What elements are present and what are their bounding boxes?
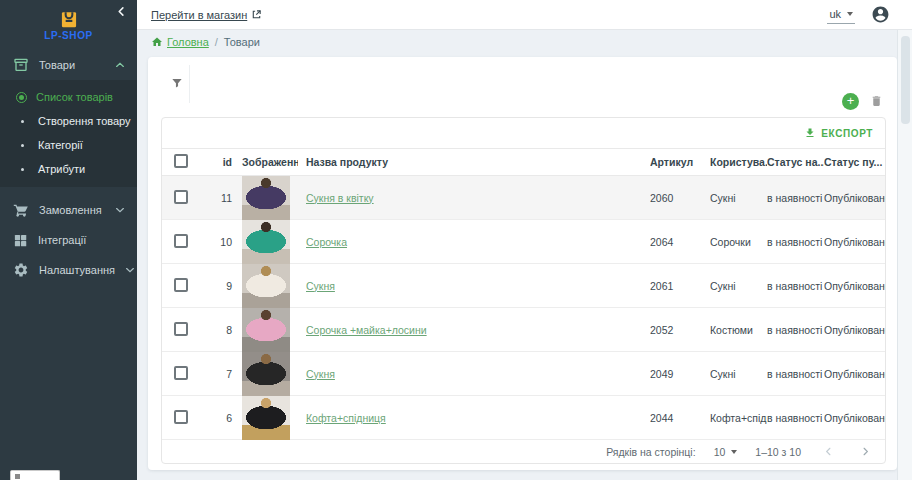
add-product-button[interactable]: +	[842, 93, 859, 110]
previous-page-button[interactable]	[819, 446, 838, 457]
row-checkbox[interactable]	[174, 366, 188, 380]
row-id: 7	[206, 368, 236, 380]
row-id: 8	[206, 324, 236, 336]
row-publish-status: Опубліковано	[824, 192, 886, 204]
sidebar: LP-SHOP Товари Список товарів Створення …	[0, 0, 137, 480]
filter-funnel-icon[interactable]	[170, 76, 184, 90]
bullet-dot-icon	[21, 144, 24, 147]
sidebar-item-integrations[interactable]: Інтеграції	[0, 225, 137, 255]
sidebar-item-settings[interactable]: Налаштування	[0, 255, 137, 285]
sidebar-item-label: Замовлення	[39, 204, 105, 216]
breadcrumb-home-link[interactable]: Головна	[151, 36, 209, 48]
table-body: 11 Сукня в квітку 2060 Сукні в наявності…	[162, 176, 885, 440]
product-photo[interactable]	[242, 220, 290, 264]
row-category: Сукні	[710, 368, 767, 380]
sidebar-item-products[interactable]: Товари	[0, 50, 137, 80]
sidebar-item-categories[interactable]: Категорії	[0, 133, 137, 157]
product-name-link[interactable]: Сорочка	[306, 236, 347, 248]
topbar-right: uk	[827, 5, 898, 24]
content-panel: + ЕКСПОРТ id Зображення Назва продукту А…	[148, 57, 897, 470]
products-table-card: ЕКСПОРТ id Зображення Назва продукту Арт…	[161, 117, 886, 464]
table-row[interactable]: 7 Сукня 2049 Сукні в наявності Опубліков…	[162, 352, 885, 396]
table-row[interactable]: 6 Кофта+спідниця 2044 Кофта+спідниця в н…	[162, 396, 885, 440]
product-photo[interactable]	[242, 176, 290, 220]
row-id: 11	[206, 192, 236, 204]
select-all-checkbox[interactable]	[174, 154, 188, 168]
row-checkbox[interactable]	[174, 322, 188, 336]
language-value: uk	[829, 8, 841, 20]
product-name-link[interactable]: Сукня	[306, 280, 335, 292]
row-publish-status: Опубліковано	[824, 412, 886, 424]
rows-per-page-value: 10	[714, 446, 726, 458]
product-name-link[interactable]: Кофта+спідниця	[306, 412, 386, 424]
product-name-link[interactable]: Сукня в квітку	[306, 192, 374, 204]
rows-per-page-select[interactable]: 10	[714, 446, 738, 458]
row-checkbox[interactable]	[174, 190, 188, 204]
product-photo[interactable]	[242, 264, 290, 308]
sidebar-collapse-button[interactable]	[116, 6, 127, 17]
row-category: Сорочки	[710, 236, 767, 248]
radio-selected-icon	[16, 92, 27, 103]
export-button[interactable]: ЕКСПОРТ	[821, 128, 873, 139]
breadcrumb: Головна / Товари	[151, 36, 260, 48]
external-link-icon	[251, 9, 262, 20]
go-to-store-link[interactable]: Перейти в магазин	[151, 9, 262, 21]
table-footer: Рядків на сторінці: 10 1–10 з 10	[162, 440, 885, 463]
product-photo[interactable]	[242, 396, 290, 440]
row-category: Кофта+спідниця	[710, 412, 767, 424]
brand-logo[interactable]: LP-SHOP	[44, 9, 93, 41]
sidebar-header: LP-SHOP	[0, 0, 137, 46]
row-publish-status: Опубліковано	[824, 368, 886, 380]
row-id: 10	[206, 236, 236, 248]
row-stock-status: в наявності	[767, 368, 824, 380]
next-page-button[interactable]	[856, 446, 875, 457]
products-submenu: Список товарів Створення товару Категорі…	[0, 80, 137, 187]
table-row[interactable]: 11 Сукня в квітку 2060 Сукні в наявності…	[162, 176, 885, 220]
column-header-image[interactable]: Зображення	[236, 156, 298, 168]
bullet-dot-icon	[21, 168, 24, 171]
column-header-stock-status[interactable]: Статус на...	[767, 156, 824, 168]
browser-status-tooltip	[10, 470, 60, 480]
account-avatar-icon[interactable]	[871, 5, 890, 24]
product-name-link[interactable]: Сорочка +майка+лосини	[306, 324, 427, 336]
row-stock-status: в наявності	[767, 280, 824, 292]
sidebar-item-attributes[interactable]: Атрибути	[0, 157, 137, 181]
row-checkbox[interactable]	[174, 410, 188, 424]
breadcrumb-home-label: Головна	[167, 36, 209, 48]
column-header-category[interactable]: Користува...	[710, 156, 767, 168]
row-sku: 2049	[650, 368, 710, 380]
chevron-up-icon	[115, 60, 125, 70]
table-row[interactable]: 8 Сорочка +майка+лосини 2052 Костюми в н…	[162, 308, 885, 352]
vertical-scrollbar[interactable]	[897, 30, 912, 480]
product-photo[interactable]	[242, 308, 290, 352]
shop-bag-icon	[59, 9, 79, 29]
main-area: Перейти в магазин uk Головна / Товари	[137, 0, 912, 480]
scrollbar-thumb[interactable]	[901, 36, 910, 124]
column-header-name[interactable]: Назва продукту	[298, 156, 650, 168]
breadcrumb-separator: /	[215, 36, 218, 48]
top-bar: Перейти в магазин uk	[137, 0, 912, 30]
sidebar-item-product-list[interactable]: Список товарів	[0, 85, 137, 109]
row-sku: 2060	[650, 192, 710, 204]
row-sku: 2052	[650, 324, 710, 336]
settings-gear-icon	[13, 262, 29, 278]
row-checkbox[interactable]	[174, 234, 188, 248]
column-header-publish-status[interactable]: Статус пу...	[824, 156, 886, 168]
column-header-sku[interactable]: Артикул	[650, 156, 710, 168]
sidebar-item-create-product[interactable]: Створення товару	[0, 109, 137, 133]
product-photo[interactable]	[242, 352, 290, 396]
row-stock-status: в наявності	[767, 324, 824, 336]
product-name-link[interactable]: Сукня	[306, 368, 335, 380]
sidebar-item-orders[interactable]: Замовлення	[0, 195, 137, 225]
row-checkbox[interactable]	[174, 278, 188, 292]
rows-per-page-label: Рядків на сторінці:	[606, 446, 695, 458]
column-header-id[interactable]: id	[206, 156, 236, 168]
table-row[interactable]: 9 Сукня 2061 Сукні в наявності Опубліков…	[162, 264, 885, 308]
row-sku: 2064	[650, 236, 710, 248]
download-icon	[804, 127, 816, 139]
language-select[interactable]: uk	[827, 6, 855, 24]
delete-trash-icon[interactable]	[870, 94, 883, 108]
table-row[interactable]: 10 Сорочка 2064 Сорочки в наявності Опуб…	[162, 220, 885, 264]
breadcrumb-current: Товари	[224, 36, 260, 48]
sidebar-item-label: Інтеграції	[38, 234, 125, 246]
